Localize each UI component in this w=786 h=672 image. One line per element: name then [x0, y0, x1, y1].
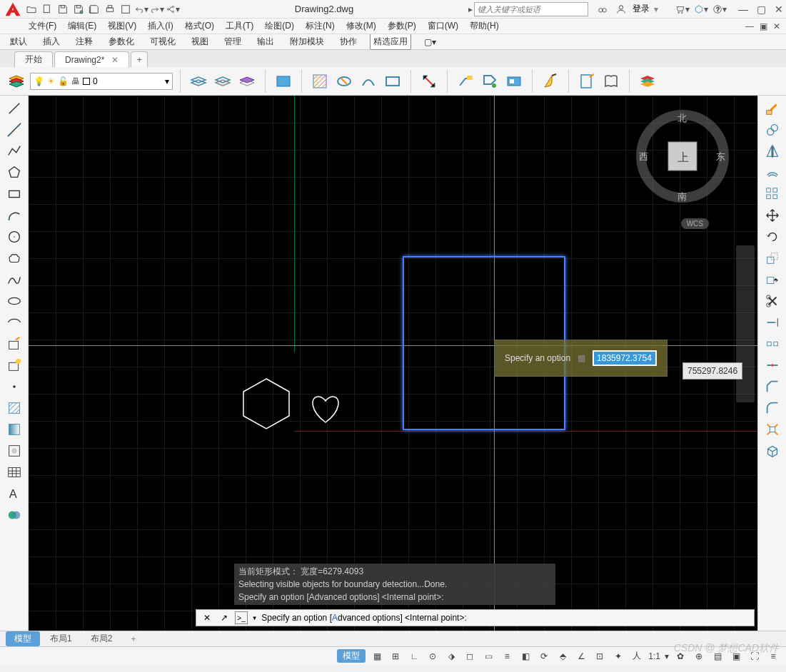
login-label[interactable]: 登录	[633, 3, 650, 15]
line-tool[interactable]	[4, 98, 25, 118]
snap-toggle[interactable]: ⊞	[388, 649, 403, 663]
region-tool[interactable]	[4, 441, 25, 461]
stretch-tool[interactable]	[762, 270, 783, 290]
layer-states-icon[interactable]	[188, 71, 209, 92]
book-icon[interactable]	[600, 71, 622, 92]
menu-view[interactable]: 视图(V)	[108, 20, 136, 32]
layer-off-icon[interactable]	[236, 71, 258, 92]
hatch-tool[interactable]	[4, 398, 25, 418]
field-icon[interactable]	[503, 71, 525, 92]
app-logo[interactable]	[3, 1, 23, 18]
minimize-button[interactable]: —	[738, 4, 748, 15]
print-icon[interactable]	[103, 2, 117, 16]
wcs-badge[interactable]: WCS	[681, 218, 709, 229]
redo-icon[interactable]: ▾	[150, 2, 164, 16]
explode-tool[interactable]	[762, 419, 783, 439]
polygon-tool[interactable]	[4, 163, 25, 183]
array-tool[interactable]	[762, 184, 783, 204]
menu-draw[interactable]: 绘图(D)	[265, 20, 294, 32]
cart-icon[interactable]: ▾	[675, 2, 690, 16]
transparency-toggle[interactable]: ◧	[518, 649, 533, 663]
arc-icon[interactable]	[358, 71, 379, 92]
rectangle-fill-icon[interactable]	[273, 71, 294, 92]
help-icon[interactable]: ?▾	[712, 2, 727, 16]
extend-tool[interactable]	[762, 312, 783, 332]
break-tool[interactable]	[762, 334, 783, 354]
rectangle-tool[interactable]	[4, 184, 25, 204]
new-icon[interactable]	[40, 2, 54, 16]
undo-icon[interactable]: ▾	[134, 2, 148, 16]
menu-edit[interactable]: 编辑(E)	[68, 20, 96, 32]
saveall-icon[interactable]	[87, 2, 101, 16]
annoscale-toggle[interactable]: ▭	[481, 649, 495, 663]
layer-properties-icon[interactable]	[6, 71, 27, 92]
menu-help[interactable]: 帮助(H)	[470, 20, 499, 32]
mdi-restore[interactable]: ▣	[760, 21, 767, 31]
layer-iso-icon[interactable]	[212, 71, 233, 92]
viewcube[interactable]: 上 北 南 东 西	[636, 110, 729, 203]
menu-tools[interactable]: 工具(T)	[226, 20, 253, 32]
layers-tool-icon[interactable]	[637, 71, 658, 92]
close-icon[interactable]: ✕	[201, 611, 213, 624]
menu-file[interactable]: 文件(F)	[29, 20, 56, 32]
command-prompt-icon[interactable]: >_	[235, 611, 248, 624]
arc-tool[interactable]	[4, 205, 25, 225]
offset-tool[interactable]	[762, 163, 783, 183]
table-tool[interactable]	[4, 462, 25, 482]
search-input[interactable]	[474, 2, 588, 16]
layout-tab-1[interactable]: 布局1	[41, 631, 81, 646]
make-block-tool[interactable]	[4, 355, 25, 375]
broom-icon[interactable]	[540, 71, 561, 92]
tab-featured[interactable]: 精选应用	[370, 34, 411, 50]
copy-tool[interactable]	[762, 120, 783, 140]
add-layout-button[interactable]: +	[122, 633, 144, 646]
drawing-canvas[interactable]: // grid drawn via JS after load below 上 …	[29, 96, 757, 631]
lineweight-toggle[interactable]: ≡	[500, 649, 514, 663]
scale-label[interactable]: 1:1	[648, 651, 660, 661]
menu-window[interactable]: 窗口(W)	[428, 20, 458, 32]
gradient-tool[interactable]	[4, 419, 25, 439]
tab-expand[interactable]: ▢▾	[421, 36, 439, 49]
menu-insert[interactable]: 插入(I)	[148, 20, 173, 32]
share-icon[interactable]: ▾	[166, 2, 180, 16]
layout-tab-2[interactable]: 布局2	[82, 631, 121, 646]
revision-cloud-tool[interactable]	[4, 248, 25, 268]
customize-icon[interactable]: ↗	[218, 611, 231, 624]
scale-tool[interactable]	[762, 248, 783, 268]
tab-output[interactable]: 输出	[254, 34, 277, 49]
saveas-icon[interactable]	[71, 2, 86, 16]
chamfer-tool[interactable]	[762, 377, 783, 397]
spline-tool[interactable]	[4, 270, 25, 290]
new-tab-button[interactable]: +	[131, 51, 148, 67]
tab-annotate[interactable]: 注释	[73, 34, 96, 49]
grid-toggle[interactable]: ▦	[370, 649, 384, 663]
menu-format[interactable]: 格式(O)	[185, 20, 214, 32]
polyline-tool[interactable]	[4, 141, 25, 161]
layer-dropdown[interactable]: 💡 ☀ 🔓 🖶 0 ▾	[30, 73, 173, 90]
boundary-icon[interactable]	[333, 71, 355, 92]
ellipse-tool[interactable]	[4, 291, 25, 311]
fillet-tool[interactable]	[762, 398, 783, 418]
app-exchange-icon[interactable]: ▾	[694, 2, 708, 16]
tab-parametric[interactable]: 参数化	[106, 34, 137, 49]
polar-toggle[interactable]: ⊙	[425, 649, 440, 663]
point-tool[interactable]	[4, 377, 25, 397]
command-line[interactable]: ✕ ↗ >_▾ Specify an option [Advanced opti…	[196, 609, 755, 626]
plot-icon[interactable]	[119, 2, 133, 16]
mdi-minimize[interactable]: —	[745, 21, 754, 31]
insert-block-tool[interactable]	[4, 334, 25, 354]
tab-addins[interactable]: 附加模块	[287, 34, 327, 49]
mdi-close[interactable]: ✕	[773, 21, 780, 31]
open-icon[interactable]	[24, 2, 39, 16]
box-tool[interactable]	[762, 441, 783, 461]
circle-tool[interactable]	[4, 227, 25, 247]
user-icon[interactable]	[614, 2, 628, 16]
tab-insert[interactable]: 插入	[40, 34, 63, 49]
annotation-monitor[interactable]: 人	[630, 649, 644, 663]
dynamic-ucs-toggle[interactable]: ∠	[574, 649, 588, 663]
cycling-toggle[interactable]: ⟳	[537, 649, 551, 663]
isodraft-toggle[interactable]: ⬗	[444, 649, 458, 663]
erase-tool[interactable]	[762, 98, 783, 118]
menu-modify[interactable]: 修改(M)	[346, 20, 376, 32]
doc-tab-start[interactable]: 开始	[14, 51, 53, 67]
